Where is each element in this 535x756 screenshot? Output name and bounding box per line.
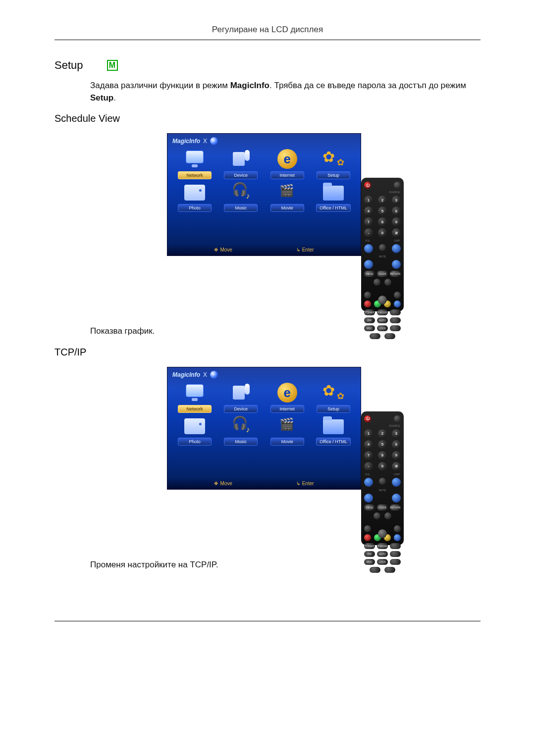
- num-0-button[interactable]: 0: [378, 462, 387, 471]
- ch-up-button[interactable]: [392, 244, 401, 253]
- tile-device[interactable]: Device: [219, 149, 262, 179]
- num-4-button[interactable]: 4: [364, 206, 373, 215]
- guide-button[interactable]: GUIDE: [377, 504, 388, 510]
- left-aux-button[interactable]: [364, 292, 371, 299]
- left-aux-button[interactable]: [364, 525, 371, 532]
- power-button[interactable]: ⏻: [364, 415, 371, 422]
- vol-up-button[interactable]: [364, 478, 373, 487]
- dash-button[interactable]: -: [364, 462, 373, 471]
- blank-button-1[interactable]: [390, 543, 401, 549]
- tile-internet[interactable]: Internet: [266, 382, 309, 413]
- menu-button[interactable]: MENU: [364, 504, 375, 510]
- tile-network[interactable]: Network: [173, 149, 216, 179]
- blank-button-1[interactable]: [390, 309, 401, 315]
- info-button[interactable]: [374, 279, 380, 286]
- dash-button[interactable]: -: [364, 228, 373, 237]
- num-2-button[interactable]: 2: [378, 429, 387, 438]
- blank-button-3[interactable]: [390, 325, 401, 331]
- pmode-button[interactable]: P.MODE: [377, 543, 388, 549]
- num-9-button[interactable]: 9: [392, 451, 401, 460]
- auto-button[interactable]: AUTO: [377, 551, 388, 557]
- info-button[interactable]: [374, 512, 380, 519]
- heading-schedule-view: Schedule View: [54, 113, 481, 124]
- pip-button[interactable]: PIP: [364, 551, 375, 557]
- tile-movie[interactable]: Movie: [266, 181, 309, 212]
- blank-button-2[interactable]: [390, 551, 401, 557]
- bottom-button-1[interactable]: [370, 333, 380, 339]
- tile-music[interactable]: Music: [219, 181, 262, 212]
- source-button[interactable]: [394, 182, 401, 189]
- power-button[interactable]: ⏻: [364, 182, 371, 189]
- red-button[interactable]: [364, 534, 371, 541]
- tile-office-html[interactable]: Office / HTML: [312, 181, 355, 212]
- auto-button[interactable]: AUTO: [377, 317, 388, 323]
- lock-button[interactable]: LOCK: [377, 559, 388, 565]
- num-9-button[interactable]: 9: [392, 217, 401, 226]
- num-5-button[interactable]: 5: [378, 440, 387, 449]
- vol-down-button[interactable]: [364, 494, 373, 503]
- remote-labels: VOLCH/P: [364, 239, 401, 242]
- clear-button[interactable]: ⎚: [392, 228, 401, 237]
- func-row-1: TTX/MIX P.MODE: [364, 543, 401, 549]
- blank-button-2[interactable]: [390, 317, 401, 323]
- bold-setup: Setup: [90, 93, 113, 102]
- blue-button[interactable]: [394, 301, 401, 307]
- blue-button[interactable]: [394, 534, 401, 541]
- clear-button[interactable]: ⎚: [392, 462, 401, 471]
- exit-button[interactable]: [384, 512, 391, 519]
- vol-down-button[interactable]: [364, 260, 373, 269]
- num-5-button[interactable]: 5: [378, 206, 387, 215]
- blank-button-3[interactable]: [390, 559, 401, 565]
- photo-icon: [183, 415, 207, 436]
- num-1-button[interactable]: 1: [364, 196, 373, 204]
- num-3-button[interactable]: 3: [392, 196, 401, 204]
- tile-photo[interactable]: Photo: [173, 181, 216, 212]
- num-2-button[interactable]: 2: [378, 196, 387, 204]
- tile-setup[interactable]: Setup: [312, 382, 355, 413]
- right-aux-button[interactable]: [394, 525, 401, 532]
- source-button[interactable]: [394, 415, 401, 422]
- mdc-button[interactable]: MDC: [364, 325, 375, 331]
- ch-up-button[interactable]: [392, 478, 401, 487]
- menu-button[interactable]: MENU: [364, 271, 375, 277]
- bottom-button-2[interactable]: [384, 333, 395, 339]
- red-button[interactable]: [364, 301, 371, 307]
- bottom-button-1[interactable]: [370, 567, 380, 573]
- num-6-button[interactable]: 6: [392, 206, 401, 215]
- guide-button[interactable]: GUIDE: [377, 271, 388, 277]
- exit-button[interactable]: [384, 279, 391, 286]
- num-7-button[interactable]: 7: [364, 217, 373, 226]
- ch-down-button[interactable]: [392, 494, 401, 503]
- tile-photo[interactable]: Photo: [173, 415, 216, 446]
- bottom-button-2[interactable]: [384, 567, 395, 573]
- tile-setup[interactable]: Setup: [312, 149, 355, 179]
- num-0-button[interactable]: 0: [378, 228, 387, 237]
- tile-movie[interactable]: Movie: [266, 415, 309, 446]
- num-8-button[interactable]: 8: [378, 217, 387, 226]
- ch-down-button[interactable]: [392, 260, 401, 269]
- mute-button[interactable]: [379, 478, 386, 485]
- return-button[interactable]: RETURN: [390, 271, 401, 277]
- num-6-button[interactable]: 6: [392, 440, 401, 449]
- mute-button[interactable]: [379, 244, 386, 251]
- tile-internet[interactable]: Internet: [266, 149, 309, 179]
- num-1-button[interactable]: 1: [364, 429, 373, 438]
- tile-label: Office / HTML: [316, 204, 350, 212]
- tile-office-html[interactable]: Office / HTML: [312, 415, 355, 446]
- lock-button[interactable]: LOCK: [377, 325, 388, 331]
- num-4-button[interactable]: 4: [364, 440, 373, 449]
- num-8-button[interactable]: 8: [378, 451, 387, 460]
- ttx-button[interactable]: TTX/MIX: [364, 309, 375, 315]
- return-button[interactable]: RETURN: [390, 504, 401, 510]
- tile-device[interactable]: Device: [219, 382, 262, 413]
- ttx-button[interactable]: TTX/MIX: [364, 543, 375, 549]
- num-3-button[interactable]: 3: [392, 429, 401, 438]
- pmode-button[interactable]: P.MODE: [377, 309, 388, 315]
- tile-network[interactable]: Network: [173, 382, 216, 413]
- vol-up-button[interactable]: [364, 244, 373, 253]
- mdc-button[interactable]: MDC: [364, 559, 375, 565]
- right-aux-button[interactable]: [394, 292, 401, 299]
- pip-button[interactable]: PIP: [364, 317, 375, 323]
- num-7-button[interactable]: 7: [364, 451, 373, 460]
- tile-music[interactable]: Music: [219, 415, 262, 446]
